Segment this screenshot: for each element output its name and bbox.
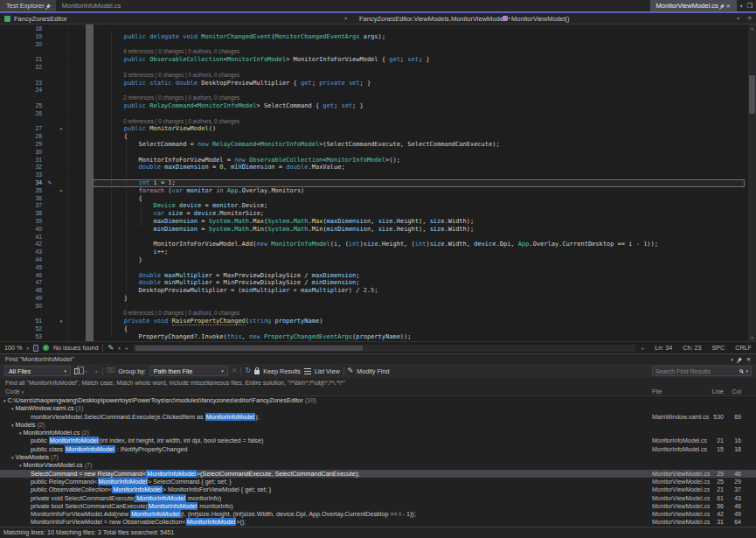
codelens-row[interactable]: 4 references | 0 changes | 0 authors, 0 …	[0, 48, 748, 56]
code-column-header[interactable]: Code	[5, 388, 20, 395]
find-result-row[interactable]: public ObservableCollection<MonitorInfoM…	[0, 486, 756, 493]
code-line[interactable]: 30	[0, 149, 748, 157]
search-find-results-box[interactable]: ▾	[652, 366, 752, 376]
codelens-info[interactable]: 3 references | 0 changes | 0 authors, 0 …	[66, 72, 239, 80]
codelens-info[interactable]: 4 references | 0 changes | 0 authors, 0 …	[66, 48, 239, 56]
list-view-icon[interactable]	[304, 368, 311, 374]
type-dropdown[interactable]: FancyZonesEditor.ViewModels.MonitorViewM…	[351, 13, 498, 24]
search-icon[interactable]	[739, 369, 743, 373]
find-group-row[interactable]: ▾Models (2)	[0, 421, 756, 429]
code-line[interactable]: 22	[0, 64, 748, 72]
expand-arrow-icon[interactable]: ▾	[11, 423, 14, 428]
code-line[interactable]: 34✎ int i = 1;	[0, 179, 748, 187]
code-line[interactable]: 48 DesktopPreviewMultiplier = (minMultip…	[0, 287, 748, 295]
codelens-row[interactable]: 0 references | 0 changes | 0 authors, 0 …	[0, 310, 748, 318]
expand-arrow-icon[interactable]: ▾	[3, 398, 6, 403]
close-icon[interactable]: ✕	[726, 3, 731, 9]
window-position-chevron-icon[interactable]: ▾	[731, 357, 733, 362]
code-line[interactable]: 50	[0, 303, 748, 311]
search-input[interactable]	[655, 368, 737, 374]
scrollbar-thumb[interactable]	[749, 75, 755, 114]
expand-arrow-icon[interactable]: ▾	[11, 406, 14, 411]
col-column-header[interactable]: Col	[727, 388, 741, 396]
codelens-info[interactable]: 0 references | 0 changes | 0 authors, 0 …	[66, 118, 239, 126]
modify-find-label[interactable]: Modify Find	[357, 367, 389, 375]
group-by-dropdown[interactable]: Path then File ▾	[149, 366, 228, 376]
tab-monitorinfomodel[interactable]: MonitorInfoModel.cs	[56, 0, 128, 11]
pencil-icon[interactable]: ✎	[108, 345, 114, 352]
code-line[interactable]: 47 double minMultiplier = MinPreviewDisp…	[0, 279, 748, 287]
list-view-label[interactable]: List View	[315, 367, 340, 375]
modify-find-pencil-icon[interactable]: ✎	[348, 367, 354, 374]
scope-dropdown[interactable]: All Files ▾	[4, 366, 71, 376]
expand-arrow-icon[interactable]: ▾	[19, 430, 22, 436]
scroll-down-icon[interactable]: ▼	[748, 335, 756, 340]
file-column-header[interactable]: File	[652, 388, 710, 396]
find-result-row[interactable]: public RelayCommand<MonitorInfoModel> Se…	[0, 478, 756, 486]
find-group-row[interactable]: ▾ViewModels (7)	[0, 453, 756, 461]
code-line[interactable]: 40 minDimension = System.Math.Min(System…	[0, 226, 748, 234]
find-result-row[interactable]: SelectCommand = new RelayCommand<Monitor…	[0, 470, 756, 478]
code-editor[interactable]: 1819 public delegate void MonitorChanged…	[0, 24, 756, 341]
find-group-row[interactable]: ▾MonitorViewModel.cs (7)	[0, 461, 756, 469]
pin-icon[interactable]	[720, 3, 725, 8]
codelens-row[interactable]: 0 references | 0 changes | 0 authors, 0 …	[0, 118, 748, 126]
code-line[interactable]: 23 public static double DesktopPreviewMu…	[0, 80, 748, 87]
chevron-down-icon[interactable]: ▾	[26, 346, 29, 351]
line-indicator[interactable]: Ln: 34	[655, 344, 672, 352]
tab-monitorviewmodel[interactable]: MonitorViewModel.cs ✕	[650, 0, 737, 11]
find-group-row[interactable]: ▾MainWindow.xaml.cs (1)	[0, 404, 756, 412]
horizontal-scrollbar[interactable]	[134, 345, 636, 352]
code-line[interactable]: 41	[0, 234, 748, 241]
code-line[interactable]: 37 Device device = monitor.Device;	[0, 202, 748, 210]
document-health-icon[interactable]	[33, 345, 38, 352]
find-result-row[interactable]: private void SelectCommandExecute(Monito…	[0, 494, 756, 502]
scrollbar-thumb[interactable]	[135, 346, 363, 351]
member-dropdown[interactable]: MonitorViewModel() ▾	[498, 13, 744, 24]
split-window-icon[interactable]: ✛	[744, 15, 756, 22]
code-line[interactable]: 43 i++;	[0, 248, 748, 256]
code-line[interactable]: 52 {	[0, 325, 748, 333]
find-result-row[interactable]: public MonitorInfoModel(int index, int h…	[0, 437, 756, 444]
line-ending-indicator[interactable]: CRLF	[735, 344, 752, 352]
zoom-level[interactable]: 100 %	[4, 344, 22, 352]
find-result-row[interactable]: private bool SelectCommandCanExecute(Mon…	[0, 502, 756, 510]
clear-all-icon[interactable]: ⌧	[107, 367, 114, 374]
pin-icon[interactable]	[46, 3, 51, 8]
collapse-chevron-icon[interactable]: ▾	[56, 318, 66, 325]
code-line[interactable]: 38 var size = device.MonitorSize;	[0, 210, 748, 218]
codelens-row[interactable]: 3 references | 0 changes | 0 authors, 0 …	[0, 72, 748, 80]
scroll-right-icon[interactable]: ▸	[642, 345, 644, 351]
collapse-chevron-icon[interactable]: ▾	[56, 187, 66, 195]
space-indicator[interactable]: SPC	[711, 344, 725, 352]
expand-arrow-icon[interactable]: ▾	[11, 455, 14, 460]
code-line[interactable]: 32 double maxDimension = 0, minDimension…	[0, 164, 748, 171]
chevron-down-icon[interactable]: ▾	[746, 368, 748, 374]
next-location-icon[interactable]: →	[93, 367, 99, 374]
find-result-row[interactable]: MonitorInfoForViewModel.Add(new MonitorI…	[0, 510, 756, 518]
project-dropdown[interactable]: FancyZonesEditor ▾	[0, 13, 351, 24]
chevron-down-icon[interactable]: ▾	[22, 389, 24, 395]
code-line[interactable]: 19 public delegate void MonitorChangedEv…	[0, 33, 748, 41]
code-line[interactable]: 29 SelectCommand = new RelayCommand<Moni…	[0, 141, 748, 149]
code-line[interactable]: 31 MonitorInfoForViewModel = new Observa…	[0, 157, 748, 164]
no-issues-icon[interactable]: ✓	[43, 345, 49, 351]
code-line[interactable]: 21 public ObservableCollection<MonitorIn…	[0, 56, 748, 64]
scroll-left-icon[interactable]: ◂	[125, 345, 128, 351]
window-layout-icon[interactable]: ❒	[747, 3, 753, 10]
find-group-row[interactable]: ▾MonitorInfoModel.cs (2)	[0, 429, 756, 437]
refresh-icon[interactable]: ↻	[245, 367, 251, 374]
code-line[interactable]: 27▾ public MonitorViewModel()	[0, 125, 748, 133]
pin-icon[interactable]	[738, 357, 742, 361]
previous-location-icon[interactable]: ←	[83, 367, 89, 374]
code-line[interactable]: 24	[0, 87, 748, 94]
scroll-up-icon[interactable]: ▲	[748, 25, 756, 31]
code-line[interactable]: 28 {	[0, 133, 748, 141]
close-icon[interactable]: ✕	[746, 356, 751, 362]
collapse-chevron-icon[interactable]: ▾	[56, 125, 66, 133]
find-panel-title-bar[interactable]: Find "MonitorInfoModel" ▾ ✕	[0, 353, 756, 364]
code-line[interactable]: 35▾ foreach (var monitor in App.Overlay.…	[0, 187, 748, 195]
code-line[interactable]: 45	[0, 264, 748, 272]
editor-vertical-scrollbar[interactable]: ▲ ▼	[748, 24, 756, 341]
code-line[interactable]: 49 }	[0, 295, 748, 303]
